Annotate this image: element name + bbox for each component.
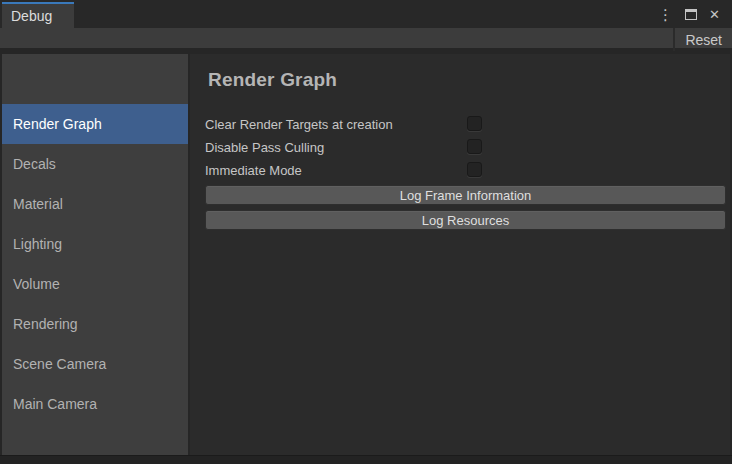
sidebar-item-lighting[interactable]: Lighting	[2, 224, 188, 264]
sidebar-item-label: Render Graph	[13, 116, 102, 132]
checkbox-clear-render-targets-at-creation[interactable]	[467, 116, 482, 131]
close-icon[interactable]: ✕	[709, 8, 720, 21]
property-row-disable-pass-culling: Disable Pass Culling	[205, 136, 726, 159]
page-title: Render Graph	[208, 67, 726, 93]
sidebar-item-rendering[interactable]: Rendering	[2, 304, 188, 344]
sidebar: Render Graph Decals Material Lighting Vo…	[2, 54, 188, 455]
property-row-immediate-mode: Immediate Mode	[205, 159, 726, 182]
checkbox-immediate-mode[interactable]	[467, 162, 482, 177]
sidebar-item-volume[interactable]: Volume	[2, 264, 188, 304]
sidebar-item-decals[interactable]: Decals	[2, 144, 188, 184]
sidebar-item-label: Decals	[13, 156, 56, 172]
sidebar-item-label: Volume	[13, 276, 60, 292]
checkbox-disable-pass-culling[interactable]	[467, 139, 482, 154]
tab-debug-label: Debug	[11, 8, 52, 24]
kebab-menu-icon[interactable]: ⋮	[658, 7, 673, 22]
button-log-resources[interactable]: Log Resources	[205, 210, 726, 230]
sidebar-item-main-camera[interactable]: Main Camera	[2, 384, 188, 424]
sidebar-item-label: Scene Camera	[13, 356, 106, 372]
button-label: Log Resources	[422, 213, 509, 228]
property-row-clear-render-targets-at-creation: Clear Render Targets at creation	[205, 113, 726, 136]
window-controls: ⋮ ✕	[658, 0, 720, 28]
rendering-debugger-window: Debug ⋮ ✕ Reset Render Graph Decals Mate…	[0, 0, 732, 464]
main-panel: Render Graph Clear Render Targets at cre…	[190, 54, 730, 455]
button-label: Log Frame Information	[400, 188, 532, 203]
tab-bar: Debug ⋮ ✕	[0, 0, 732, 28]
property-list: Clear Render Targets at creation Disable…	[205, 113, 726, 182]
sidebar-item-label: Main Camera	[13, 396, 97, 412]
sidebar-item-label: Lighting	[13, 236, 62, 252]
window-bottom-edge	[0, 455, 732, 464]
property-label: Immediate Mode	[205, 163, 302, 178]
property-label: Clear Render Targets at creation	[205, 117, 393, 132]
button-log-frame-information[interactable]: Log Frame Information	[205, 185, 726, 205]
maximize-icon[interactable]	[685, 9, 697, 20]
property-label: Disable Pass Culling	[205, 140, 324, 155]
toolbar: Reset	[0, 28, 732, 51]
sidebar-item-scene-camera[interactable]: Scene Camera	[2, 344, 188, 384]
sidebar-item-render-graph[interactable]: Render Graph	[2, 104, 188, 144]
sidebar-item-label: Rendering	[13, 316, 78, 332]
tab-debug[interactable]: Debug	[2, 2, 74, 28]
reset-button[interactable]: Reset	[673, 28, 732, 51]
sidebar-item-material[interactable]: Material	[2, 184, 188, 224]
sidebar-item-label: Material	[13, 196, 63, 212]
button-group: Log Frame Information Log Resources	[205, 185, 726, 230]
